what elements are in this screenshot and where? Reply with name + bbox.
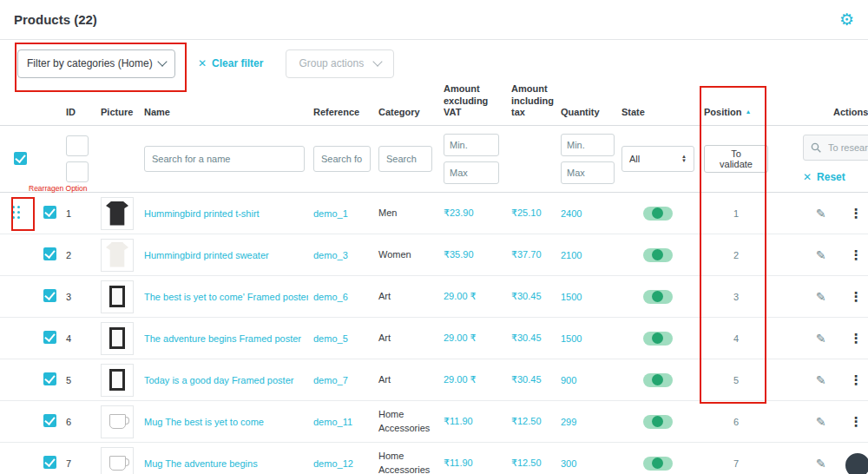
id-filter-max-input[interactable] [66, 161, 89, 182]
amount-incl-tax-link[interactable]: ₹25.10 [511, 207, 542, 218]
state-toggle[interactable] [643, 415, 673, 429]
group-actions-dropdown[interactable]: Group actions [286, 49, 394, 78]
row-checkbox[interactable] [43, 289, 56, 302]
edit-icon[interactable]: ✎ [768, 207, 826, 221]
amount-incl-tax-link[interactable]: ₹12.50 [511, 416, 542, 426]
edit-icon[interactable]: ✎ [768, 457, 826, 471]
amount-excl-vat-link[interactable]: 29.00 ₹ [444, 291, 477, 301]
header-actions: Actions [768, 107, 868, 119]
chevron-down-icon [157, 56, 167, 66]
amount-excl-vat-link[interactable]: ₹11.90 [444, 458, 473, 468]
edit-icon[interactable]: ✎ [768, 415, 826, 429]
product-name-link[interactable]: Hummingbird printed sweater [144, 250, 308, 260]
amount-excl-vat-link[interactable]: ₹11.90 [444, 416, 473, 426]
quantity-link[interactable]: 2100 [561, 250, 582, 260]
settings-gear-icon[interactable]: ⚙ [839, 11, 854, 28]
product-reference-link[interactable]: demo_1 [313, 208, 348, 219]
product-reference-link[interactable]: demo_3 [313, 250, 348, 260]
amount-excl-vat-link[interactable]: 29.00 ₹ [444, 374, 477, 385]
name-search-input[interactable] [144, 146, 305, 172]
state-filter-select[interactable]: All ▲▼ [621, 146, 694, 172]
drag-handle[interactable] [12, 206, 23, 221]
amount-incl-tax-link[interactable]: ₹30.45 [511, 332, 542, 343]
row-checkbox[interactable] [43, 372, 56, 385]
more-actions-icon[interactable]: ⋮ [850, 414, 863, 429]
amount-excl-vat-link[interactable]: ₹35.90 [444, 249, 474, 260]
amount-excl-vat-link[interactable]: 29.00 ₹ [444, 332, 477, 343]
amount-incl-tax-link[interactable]: ₹12.50 [511, 458, 542, 468]
header-amount-incl-tax[interactable]: Amount including tax [506, 83, 556, 119]
product-reference-link[interactable]: demo_11 [313, 417, 352, 427]
edit-icon[interactable]: ✎ [768, 290, 826, 304]
row-checkbox[interactable] [43, 456, 56, 469]
amount-max-input[interactable] [444, 161, 499, 184]
product-reference-link[interactable]: demo_12 [313, 458, 353, 469]
position-value: 2 [733, 250, 739, 260]
id-filter-min-input[interactable] [66, 135, 89, 156]
row-checkbox[interactable] [43, 331, 56, 344]
quantity-max-input[interactable] [561, 161, 615, 184]
row-checkbox[interactable] [43, 247, 56, 260]
clear-filter-button[interactable]: ✕ Clear filter [198, 57, 263, 69]
header-reference[interactable]: Reference [308, 107, 373, 119]
header-category[interactable]: Category [373, 106, 438, 119]
header-position[interactable]: Position▲ [699, 107, 768, 119]
table-row: 7 Mug The adventure begins demo_12 Home … [0, 443, 868, 474]
product-name-link[interactable]: Mug The adventure begins [144, 458, 308, 469]
product-reference-link[interactable]: demo_7 [313, 375, 348, 385]
amount-min-input[interactable] [444, 134, 499, 156]
edit-icon[interactable]: ✎ [768, 332, 826, 346]
product-name-link[interactable]: The adventure begins Framed poster [144, 333, 308, 344]
category-search-input[interactable] [378, 146, 432, 172]
header-name[interactable]: Name [139, 107, 308, 119]
quantity-link[interactable]: 300 [561, 458, 576, 469]
product-reference-link[interactable]: demo_6 [313, 292, 348, 302]
amount-incl-tax-link[interactable]: ₹30.45 [511, 291, 542, 301]
more-actions-icon[interactable]: ⋮ [850, 372, 863, 387]
product-name-link[interactable]: Today is a good day Framed poster [144, 375, 308, 385]
amount-incl-tax-link[interactable]: ₹30.45 [511, 374, 542, 385]
state-toggle[interactable] [643, 207, 673, 221]
quantity-link[interactable]: 1500 [561, 333, 582, 344]
header-state[interactable]: State [616, 107, 699, 119]
reference-search-input[interactable] [313, 146, 371, 172]
table-row: 6 Mug The best is yet to come demo_11 Ho… [0, 401, 868, 443]
state-toggle[interactable] [643, 248, 673, 262]
amount-excl-vat-link[interactable]: ₹23.90 [444, 207, 474, 218]
header-id[interactable]: ID [61, 107, 95, 119]
select-all-checkbox[interactable] [14, 152, 27, 165]
quantity-link[interactable]: 1500 [561, 292, 582, 302]
quantity-link[interactable]: 299 [561, 417, 576, 427]
row-checkbox[interactable] [43, 206, 56, 219]
chevron-down-icon [372, 56, 382, 66]
amount-incl-tax-link[interactable]: ₹37.70 [511, 249, 542, 260]
product-reference-link[interactable]: demo_5 [313, 333, 348, 344]
quantity-link[interactable]: 2400 [561, 208, 582, 219]
state-toggle[interactable] [643, 332, 673, 346]
edit-icon[interactable]: ✎ [768, 248, 826, 262]
edit-icon[interactable]: ✎ [768, 373, 826, 387]
product-name-link[interactable]: The best is yet to come' Framed poster [144, 292, 308, 302]
research-input[interactable] [826, 142, 868, 154]
state-toggle[interactable] [643, 290, 673, 304]
reset-button[interactable]: ✕ Reset [803, 171, 845, 183]
more-actions-icon[interactable]: ⋮ [850, 289, 863, 304]
quantity-min-input[interactable] [561, 134, 615, 156]
header-quantity[interactable]: Quantity [556, 107, 616, 119]
row-checkbox[interactable] [43, 414, 56, 427]
product-name-link[interactable]: Mug The best is yet to come [144, 417, 308, 427]
more-actions-icon[interactable]: ⋮ [850, 206, 863, 221]
state-toggle[interactable] [643, 457, 673, 471]
to-validate-button[interactable]: To validate [704, 145, 768, 173]
more-actions-icon[interactable]: ⋮ [850, 247, 863, 262]
state-toggle[interactable] [643, 373, 673, 387]
product-name-link[interactable]: Hummingbird printed t-shirt [144, 208, 308, 219]
more-actions-icon[interactable]: ⋮ [850, 331, 863, 346]
sort-asc-icon[interactable]: ▲ [745, 109, 751, 115]
category-filter-dropdown[interactable]: Filter by categories (Home) [17, 49, 175, 78]
floating-widget[interactable] [844, 451, 868, 474]
research-search-box[interactable] [803, 135, 868, 161]
header-amount-excl-vat[interactable]: Amount excluding VAT [438, 83, 506, 119]
quantity-link[interactable]: 900 [561, 375, 576, 385]
toggle-knob [652, 416, 663, 427]
